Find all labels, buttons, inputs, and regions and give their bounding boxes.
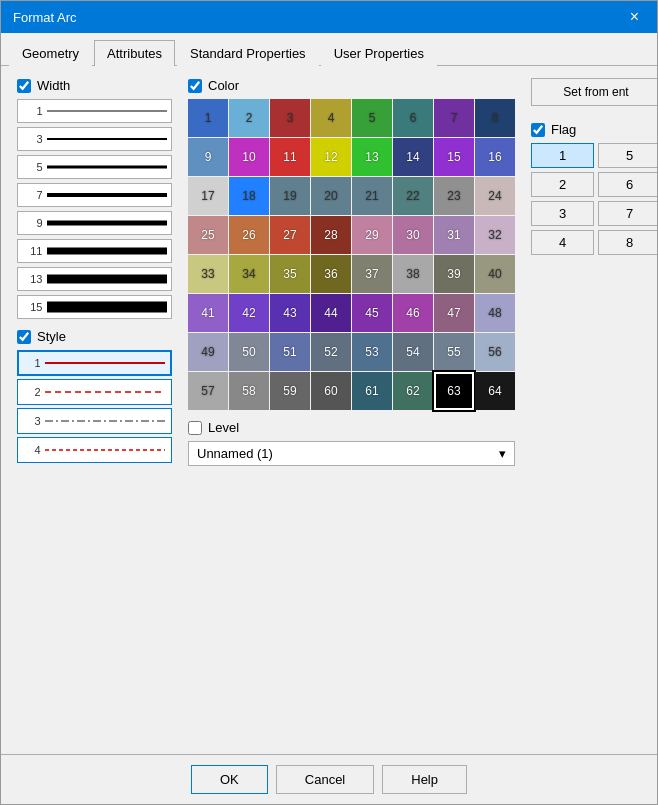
color-cell-51[interactable]: 51	[270, 333, 310, 371]
color-checkbox[interactable]	[188, 79, 202, 93]
color-cell-14[interactable]: 14	[393, 138, 433, 176]
tab-geometry[interactable]: Geometry	[9, 40, 92, 66]
color-cell-25[interactable]: 25	[188, 216, 228, 254]
color-cell-26[interactable]: 26	[229, 216, 269, 254]
color-cell-16[interactable]: 16	[475, 138, 515, 176]
color-cell-5[interactable]: 5	[352, 99, 392, 137]
color-cell-24[interactable]: 24	[475, 177, 515, 215]
style-option-2[interactable]: 2	[17, 379, 172, 405]
tab-attributes[interactable]: Attributes	[94, 40, 175, 66]
color-cell-64[interactable]: 64	[475, 372, 515, 410]
level-dropdown[interactable]: Unnamed (1) ▾	[188, 441, 515, 466]
color-cell-49[interactable]: 49	[188, 333, 228, 371]
color-cell-46[interactable]: 46	[393, 294, 433, 332]
level-checkbox[interactable]	[188, 421, 202, 435]
color-cell-18[interactable]: 18	[229, 177, 269, 215]
color-cell-44[interactable]: 44	[311, 294, 351, 332]
color-cell-15[interactable]: 15	[434, 138, 474, 176]
color-cell-13[interactable]: 13	[352, 138, 392, 176]
width-option-1[interactable]: 1	[17, 99, 172, 123]
color-cell-3[interactable]: 3	[270, 99, 310, 137]
close-button[interactable]: ×	[624, 7, 645, 27]
color-cell-29[interactable]: 29	[352, 216, 392, 254]
width-option-3[interactable]: 3	[17, 127, 172, 151]
color-cell-8[interactable]: 8	[475, 99, 515, 137]
color-cell-10[interactable]: 10	[229, 138, 269, 176]
style-option-4[interactable]: 4	[17, 437, 172, 463]
color-cell-57[interactable]: 57	[188, 372, 228, 410]
color-cell-37[interactable]: 37	[352, 255, 392, 293]
style-option-3[interactable]: 3	[17, 408, 172, 434]
style-checkbox[interactable]	[17, 330, 31, 344]
color-cell-56[interactable]: 56	[475, 333, 515, 371]
flag-button-8[interactable]: 8	[598, 230, 657, 255]
color-cell-40[interactable]: 40	[475, 255, 515, 293]
color-cell-47[interactable]: 47	[434, 294, 474, 332]
flag-button-4[interactable]: 4	[531, 230, 594, 255]
color-cell-52[interactable]: 52	[311, 333, 351, 371]
color-cell-4[interactable]: 4	[311, 99, 351, 137]
color-cell-61[interactable]: 61	[352, 372, 392, 410]
color-cell-48[interactable]: 48	[475, 294, 515, 332]
color-cell-60[interactable]: 60	[311, 372, 351, 410]
color-cell-54[interactable]: 54	[393, 333, 433, 371]
color-cell-30[interactable]: 30	[393, 216, 433, 254]
color-cell-17[interactable]: 17	[188, 177, 228, 215]
color-cell-34[interactable]: 34	[229, 255, 269, 293]
ok-button[interactable]: OK	[191, 765, 268, 794]
flag-button-2[interactable]: 2	[531, 172, 594, 197]
color-cell-42[interactable]: 42	[229, 294, 269, 332]
color-cell-20[interactable]: 20	[311, 177, 351, 215]
color-cell-62[interactable]: 62	[393, 372, 433, 410]
color-cell-31[interactable]: 31	[434, 216, 474, 254]
color-cell-53[interactable]: 53	[352, 333, 392, 371]
color-cell-35[interactable]: 35	[270, 255, 310, 293]
style-option-1[interactable]: 1	[17, 350, 172, 376]
color-cell-39[interactable]: 39	[434, 255, 474, 293]
color-cell-41[interactable]: 41	[188, 294, 228, 332]
color-cell-2[interactable]: 2	[229, 99, 269, 137]
flag-button-1[interactable]: 1	[531, 143, 594, 168]
color-cell-27[interactable]: 27	[270, 216, 310, 254]
color-cell-38[interactable]: 38	[393, 255, 433, 293]
color-cell-33[interactable]: 33	[188, 255, 228, 293]
width-checkbox[interactable]	[17, 79, 31, 93]
color-cell-21[interactable]: 21	[352, 177, 392, 215]
color-cell-58[interactable]: 58	[229, 372, 269, 410]
color-cell-32[interactable]: 32	[475, 216, 515, 254]
tab-standard-properties[interactable]: Standard Properties	[177, 40, 319, 66]
color-cell-7[interactable]: 7	[434, 99, 474, 137]
color-cell-6[interactable]: 6	[393, 99, 433, 137]
width-option-7[interactable]: 7	[17, 183, 172, 207]
color-cell-23[interactable]: 23	[434, 177, 474, 215]
color-header: Color	[188, 78, 515, 93]
color-cell-9[interactable]: 9	[188, 138, 228, 176]
tab-user-properties[interactable]: User Properties	[321, 40, 437, 66]
color-cell-50[interactable]: 50	[229, 333, 269, 371]
width-option-5[interactable]: 5	[17, 155, 172, 179]
color-cell-12[interactable]: 12	[311, 138, 351, 176]
color-cell-22[interactable]: 22	[393, 177, 433, 215]
width-option-11[interactable]: 11	[17, 239, 172, 263]
width-option-13[interactable]: 13	[17, 267, 172, 291]
color-cell-28[interactable]: 28	[311, 216, 351, 254]
width-option-15[interactable]: 15	[17, 295, 172, 319]
help-button[interactable]: Help	[382, 765, 467, 794]
cancel-button[interactable]: Cancel	[276, 765, 374, 794]
color-cell-55[interactable]: 55	[434, 333, 474, 371]
flag-button-7[interactable]: 7	[598, 201, 657, 226]
flag-button-3[interactable]: 3	[531, 201, 594, 226]
flag-button-5[interactable]: 5	[598, 143, 657, 168]
flag-checkbox[interactable]	[531, 123, 545, 137]
color-cell-11[interactable]: 11	[270, 138, 310, 176]
flag-button-6[interactable]: 6	[598, 172, 657, 197]
color-cell-19[interactable]: 19	[270, 177, 310, 215]
color-cell-43[interactable]: 43	[270, 294, 310, 332]
color-cell-59[interactable]: 59	[270, 372, 310, 410]
set-from-ent-button[interactable]: Set from ent	[531, 78, 657, 106]
color-cell-36[interactable]: 36	[311, 255, 351, 293]
color-cell-63[interactable]: 63	[434, 372, 474, 410]
width-option-9[interactable]: 9	[17, 211, 172, 235]
color-cell-45[interactable]: 45	[352, 294, 392, 332]
color-cell-1[interactable]: 1	[188, 99, 228, 137]
